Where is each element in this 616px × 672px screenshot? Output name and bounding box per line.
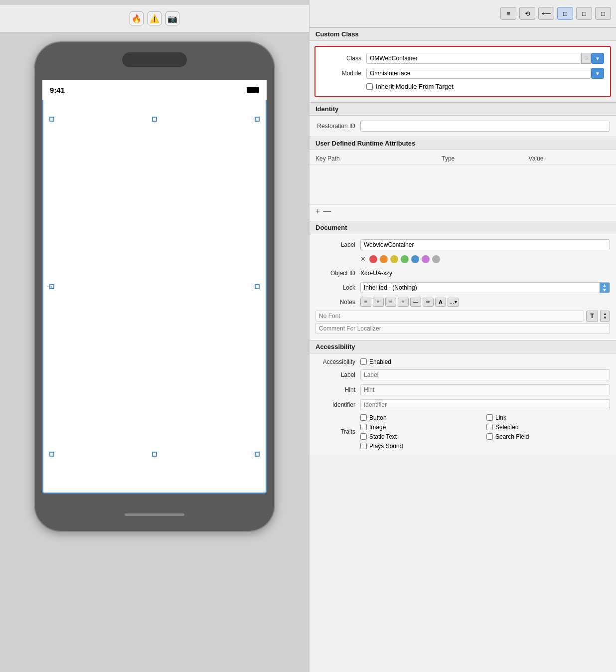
color-dot-red[interactable] [369, 255, 377, 263]
status-time: 9:41 [50, 86, 65, 94]
module-dropdown-btn[interactable]: ▼ [591, 68, 604, 79]
inherit-row: Inherit Module From Target [315, 81, 610, 92]
custom-class-section: Class → ▼ Module ▼ Inherit Module From T… [314, 46, 611, 97]
canvas-toolbar: 🔥 ⚠️ 📷 [0, 5, 309, 32]
panel-tool-lines[interactable]: ≡ [500, 7, 516, 20]
class-row: Class → ▼ [315, 51, 610, 66]
handle-bot-right[interactable] [255, 452, 260, 457]
panel-toolbar: ≡ ⟲ ⟵ □ □ □ [309, 0, 616, 27]
notes-align-right[interactable]: ≡ [385, 298, 396, 307]
panel-tool-back[interactable]: ⟵ [538, 7, 554, 20]
trait-plays-sound: Plays Sound [360, 443, 484, 450]
notes-pen[interactable]: ✏ [423, 298, 434, 307]
trait-link-checkbox[interactable] [486, 414, 493, 421]
acc-enabled-row: Accessibility Enabled [309, 356, 616, 367]
notes-text[interactable]: A [435, 298, 446, 307]
trait-image-checkbox[interactable] [360, 424, 367, 430]
lock-select-container[interactable]: Inherited - (Nothing) ▲▼ [360, 282, 610, 293]
object-id-value: Xdo-UA-xzy [360, 270, 392, 277]
notes-align-left[interactable]: ≡ [360, 298, 371, 307]
udra-remove-btn[interactable]: — [323, 207, 331, 215]
phone-screen[interactable] [42, 80, 267, 494]
restoration-id-label: Restoration ID [315, 123, 355, 130]
custom-class-header: Custom Class [309, 27, 616, 41]
module-label: Module [321, 70, 361, 77]
panel-tool-square3[interactable]: □ [595, 7, 611, 20]
panel-tool-square1[interactable]: □ [557, 7, 573, 20]
acc-label-label: Label [315, 371, 355, 378]
acc-label-input[interactable] [360, 369, 610, 380]
trait-button: Button [360, 414, 484, 421]
color-dot-blue[interactable] [411, 255, 419, 263]
udra-section: Key Path Type Value + — [309, 150, 616, 221]
notes-divider[interactable]: — [410, 298, 421, 307]
color-dot-purple[interactable] [422, 255, 430, 263]
module-input-group: ▼ [366, 68, 604, 79]
color-dot-orange[interactable] [380, 255, 388, 263]
acc-hint-input[interactable] [360, 384, 610, 395]
color-dot-yellow[interactable] [390, 255, 398, 263]
class-input[interactable] [366, 53, 581, 64]
trait-static-text-checkbox[interactable] [360, 433, 367, 440]
toolbar-icon-photo[interactable]: 📷 [165, 11, 179, 25]
status-battery [247, 87, 259, 93]
font-stepper[interactable]: ▲ ▼ [600, 311, 610, 322]
udra-add-btn[interactable]: + [315, 207, 320, 215]
restoration-id-input[interactable] [360, 121, 610, 132]
lock-select-arrow-up[interactable]: ▲▼ [600, 283, 610, 293]
udra-col-type: Type [436, 153, 522, 165]
identity-header: Identity [309, 102, 616, 116]
font-input[interactable] [315, 311, 584, 322]
acc-identifier-input[interactable] [360, 399, 610, 410]
color-dot-green[interactable] [401, 255, 409, 263]
trait-image-label: Image [369, 424, 386, 431]
udra-empty-row [309, 165, 616, 204]
panel-tool-square2[interactable]: □ [576, 7, 592, 20]
trait-selected-checkbox[interactable] [486, 424, 493, 430]
acc-hint-row: Hint [309, 382, 616, 397]
acc-enabled-checkbox[interactable] [360, 358, 367, 365]
lock-value: Inherited - (Nothing) [361, 284, 600, 291]
handle-top-right[interactable] [255, 117, 260, 122]
doc-label-input[interactable] [360, 239, 610, 250]
class-arrow-btn[interactable]: → [581, 53, 591, 64]
comment-input[interactable] [315, 323, 610, 334]
udra-col-value: Value [523, 153, 616, 165]
acc-enabled-text: Enabled [369, 358, 391, 365]
font-t-btn[interactable]: T [586, 311, 598, 322]
trait-search-field-checkbox[interactable] [486, 433, 493, 440]
module-row: Module ▼ [315, 66, 610, 81]
trait-link-label: Link [495, 414, 506, 421]
handle-bot-center[interactable] [152, 452, 157, 457]
notes-align-justify[interactable]: ≡ [398, 298, 409, 307]
accessibility-header: Accessibility [309, 340, 616, 353]
notes-more[interactable]: …▾ [448, 298, 459, 307]
handle-bot-left[interactable] [49, 452, 54, 457]
acc-identifier-label: Identifier [315, 401, 355, 408]
handle-top-center[interactable] [152, 117, 157, 122]
color-clear-btn[interactable]: ✕ [360, 255, 366, 263]
doc-label-label: Label [315, 241, 355, 248]
class-dropdown-btn[interactable]: ▼ [591, 53, 604, 64]
doc-label-row: Label [309, 237, 616, 252]
module-input[interactable] [366, 68, 591, 79]
font-input-row: T ▲ ▼ [315, 311, 610, 322]
panel-tool-refresh[interactable]: ⟲ [519, 7, 535, 20]
handle-top-left[interactable] [49, 117, 54, 122]
phone-notch [122, 52, 187, 67]
trait-selected-label: Selected [495, 424, 519, 431]
trait-static-text-label: Static Text [369, 433, 397, 440]
inherit-label: Inherit Module From Target [376, 83, 454, 90]
lock-row: Lock Inherited - (Nothing) ▲▼ [309, 280, 616, 295]
handle-mid-right[interactable] [255, 284, 260, 289]
toolbar-icon-warning[interactable]: ⚠️ [148, 11, 161, 25]
trait-button-checkbox[interactable] [360, 414, 367, 421]
trait-plays-sound-checkbox[interactable] [360, 443, 367, 449]
canvas-area: 🔥 ⚠️ 📷 9:41 [0, 0, 309, 672]
color-dot-gray[interactable] [432, 255, 440, 263]
udra-header: User Defined Runtime Attributes [309, 137, 616, 150]
trait-static-text: Static Text [360, 433, 484, 440]
toolbar-icon-fire[interactable]: 🔥 [130, 11, 144, 25]
inherit-checkbox[interactable] [366, 83, 373, 90]
notes-align-center[interactable]: ≡ [373, 298, 384, 307]
